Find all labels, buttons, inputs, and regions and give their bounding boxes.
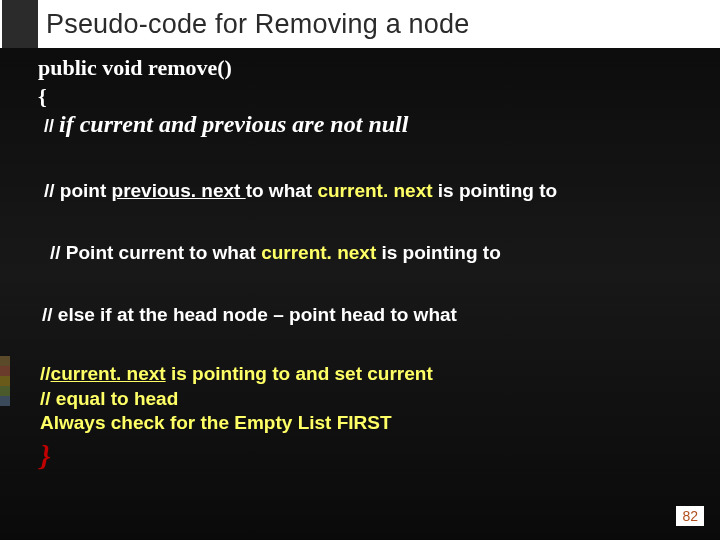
comment-else-head: // else if at the head node – point head… <box>42 304 682 326</box>
text: // <box>40 363 51 384</box>
text: // Point current to what <box>50 242 261 263</box>
comment-point-current: // Point current to what current. next i… <box>50 242 682 264</box>
comment-condition-text: if current and previous are not null <box>59 111 408 137</box>
comment-slashes: // <box>44 116 59 136</box>
comment-current-next-line: //current. next is pointing to and set c… <box>40 362 682 386</box>
comment-empty-list: Always check for the Empty List FIRST <box>40 411 682 435</box>
text: is pointing to <box>433 180 558 201</box>
text: previous. next <box>112 180 246 201</box>
close-brace: } <box>40 439 682 473</box>
page-number: 82 <box>676 506 704 526</box>
code-signature: public void remove() <box>38 54 682 82</box>
text: is pointing to and set <box>166 363 368 384</box>
open-brace: { <box>38 84 682 110</box>
highlight-current-next: current. next <box>51 363 166 384</box>
comment-point-previous: // point previous. next to what current.… <box>44 180 682 202</box>
comment-condition: // if current and previous are not null <box>44 110 682 139</box>
slide-title: Pseudo-code for Removing a node <box>46 9 469 40</box>
slide: Pseudo-code for Removing a node public v… <box>0 0 720 540</box>
comment-equal-head: // equal to head <box>40 387 682 411</box>
highlight-current-next: current. next <box>261 242 376 263</box>
text: // point <box>44 180 112 201</box>
text: is pointing to <box>376 242 501 263</box>
title-accent-block <box>2 0 38 48</box>
highlight-current: current <box>367 363 432 384</box>
highlight-current-next: current. next <box>317 180 432 201</box>
text: to what <box>246 180 318 201</box>
title-bar: Pseudo-code for Removing a node <box>0 0 720 48</box>
slide-content: public void remove() { // if current and… <box>0 48 720 540</box>
comment-block-bottom: //current. next is pointing to and set c… <box>40 362 682 435</box>
